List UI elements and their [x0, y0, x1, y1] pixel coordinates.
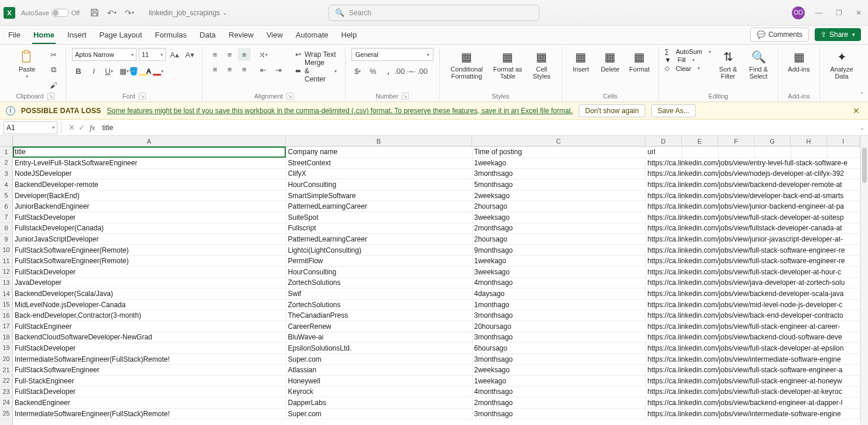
tab-automate[interactable]: Automate — [295, 27, 330, 44]
tab-help[interactable]: Help — [340, 27, 358, 44]
table-row[interactable]: titleCompany nameTime of postingurl — [13, 147, 860, 158]
row-header[interactable]: 15 — [0, 299, 12, 310]
cell[interactable]: ZortechSolutions — [286, 299, 472, 310]
cell[interactable]: 3monthsago — [472, 310, 645, 321]
row-header[interactable]: 24 — [0, 397, 12, 409]
table-row[interactable]: FullStackDeveloperEpsilonSolutionsLtd.6h… — [13, 343, 860, 354]
cell[interactable]: https://ca.linkedin.com/jobs/view/junior… — [645, 201, 682, 212]
cell[interactable]: CareerRenew — [286, 321, 472, 332]
cancel-formula-icon[interactable]: ✕ — [69, 123, 75, 132]
tab-file[interactable]: File — [7, 27, 22, 44]
table-row[interactable]: FullStackSoftwareEngineer(Remote)PermitF… — [13, 256, 860, 267]
table-row[interactable]: Entry-LevelFull-StackSoftwareEngineerStr… — [13, 158, 860, 169]
cell[interactable]: Lightci(LightConsulting) — [286, 244, 472, 256]
msg-text[interactable]: Some features might be lost if you save … — [107, 107, 573, 115]
cell[interactable]: 4monthsago — [472, 386, 645, 397]
redo-icon[interactable]: ↷▾ — [123, 6, 136, 19]
table-row[interactable]: MidLevelNode.jsDeveloper-CanadaZortechSo… — [13, 299, 860, 310]
cell[interactable]: ClifyX — [286, 168, 472, 179]
table-row[interactable]: FullStackDeveloperKeyrock4monthsagohttps… — [13, 386, 860, 397]
cell[interactable]: 4daysago — [472, 288, 645, 300]
align-left-icon[interactable]: ≡ — [209, 63, 221, 76]
cell[interactable]: 3weeksago — [472, 267, 645, 278]
table-row[interactable]: FullStackSoftwareEngineer(Remote)Lightci… — [13, 244, 860, 256]
cell[interactable]: https://ca.linkedin.com/jobs/view/backen… — [645, 179, 682, 191]
cell[interactable] — [827, 147, 860, 158]
cell[interactable]: 3monthsago — [472, 332, 645, 343]
dialog-launcher-icon[interactable]: ↘ — [139, 93, 146, 100]
cell[interactable]: BackendDeveloper(Scala/Java) — [13, 288, 286, 300]
save-icon[interactable] — [88, 6, 101, 19]
cell[interactable]: 1weekago — [472, 256, 645, 267]
cell[interactable]: FullStackEngineer — [13, 321, 286, 332]
cell[interactable] — [791, 147, 827, 158]
cell[interactable]: https://ca.linkedin.com/jobs/view/entry-… — [645, 158, 682, 169]
table-row[interactable]: IntermediateSoftwareEngineer(FullStack)R… — [13, 408, 860, 419]
cut-icon[interactable]: ✂ — [47, 48, 60, 61]
column-header-E[interactable]: E — [682, 136, 718, 146]
select-all-corner[interactable] — [0, 136, 13, 147]
cell[interactable]: Developer(BackEnd) — [13, 190, 286, 201]
align-middle-icon[interactable]: ≡ — [223, 48, 236, 61]
cell[interactable]: Super.com — [286, 353, 472, 365]
vertical-scrollbar[interactable] — [860, 136, 869, 425]
cell[interactable]: ZortechSolutions — [286, 277, 472, 288]
cell[interactable]: JuniorBackendEngineer — [13, 201, 286, 212]
cell[interactable]: https://ca.linkedin.com/jobs/view/java-d… — [645, 277, 682, 288]
tab-insert[interactable]: Insert — [66, 27, 88, 44]
cell[interactable]: 2hoursago — [472, 201, 645, 212]
cell[interactable]: https://ca.linkedin.com/jobs/view/interm… — [645, 353, 682, 365]
share-button[interactable]: ⇪ Share ▾ — [815, 28, 861, 41]
cell[interactable]: 2weeksago — [472, 365, 645, 376]
row-header[interactable]: 12 — [0, 267, 12, 278]
clear-button[interactable]: ◇ Clear ▾ — [665, 64, 711, 72]
cell[interactable] — [718, 147, 754, 158]
enter-formula-icon[interactable]: ✓ — [78, 123, 85, 132]
addins-button[interactable]: ▦Add-ins — [784, 48, 814, 73]
table-row[interactable]: JavaDeveloperZortechSolutions4monthsagoh… — [13, 277, 860, 288]
table-row[interactable]: BackendDeveloper(Scala/Java)Swif4daysago… — [13, 288, 860, 300]
expand-formula-icon[interactable]: ⌄ — [856, 124, 868, 131]
cell[interactable]: 2hoursago — [472, 234, 645, 245]
cell[interactable]: JuniorJavaScriptDeveloper — [13, 234, 286, 245]
table-row[interactable]: JuniorBackendEngineerPatternedLearningCa… — [13, 201, 860, 212]
cell[interactable]: https://ca.linkedin.com/jobs/view/full-s… — [645, 321, 682, 332]
fx-icon[interactable]: fx — [90, 123, 95, 132]
cell[interactable]: https://ca.linkedin.com/jobs/view/backen… — [645, 397, 682, 409]
tab-view[interactable]: View — [265, 27, 284, 44]
cell[interactable]: FullStackSoftwareEngineer(Remote) — [13, 256, 286, 267]
dialog-launcher-icon[interactable]: ↘ — [47, 93, 54, 100]
cell[interactable]: StreetContext — [286, 158, 472, 169]
table-row[interactable]: Full-StackEngineerHoneywell1weekagohttps… — [13, 375, 860, 386]
cell[interactable]: https://ca.linkedin.com/jobs/view/full-s… — [645, 375, 682, 386]
font-name-select[interactable]: Aptos Narrow▾ — [72, 48, 136, 61]
cell[interactable]: 2monthsago — [472, 223, 645, 234]
orientation-icon[interactable]: ⤭▾ — [257, 48, 269, 61]
cell-styles-button[interactable]: ▦Cell Styles — [528, 48, 556, 80]
cell[interactable]: title — [13, 147, 286, 158]
dialog-launcher-icon[interactable]: ↘ — [286, 93, 293, 100]
fill-color-icon[interactable]: 🪣▾ — [133, 64, 146, 77]
format-cells-button[interactable]: ▦Format — [627, 48, 652, 73]
cell[interactable]: https://ca.linkedin.com/jobs/view/develo… — [645, 190, 682, 201]
row-header[interactable]: 23 — [0, 386, 12, 397]
cell[interactable]: Entry-LevelFull-StackSoftwareEngineer — [13, 158, 286, 169]
font-size-select[interactable]: 11▾ — [139, 48, 166, 61]
cell[interactable]: https://ca.linkedin.com/jobs/view/full-s… — [645, 343, 682, 354]
row-header[interactable]: 4 — [0, 179, 12, 191]
increase-decimal-icon[interactable]: .00→ — [397, 64, 410, 77]
fill-button[interactable]: ▼ Fill ▾ — [665, 56, 711, 63]
row-header[interactable]: 22 — [0, 375, 12, 386]
cell[interactable]: https://ca.linkedin.com/jobs/view/backen… — [645, 332, 682, 343]
row-header[interactable]: 14 — [0, 288, 12, 300]
table-row[interactable]: FullStackDeveloperSuiteSpot3weeksagohttp… — [13, 212, 860, 223]
save-as-button[interactable]: Save As... — [651, 104, 696, 117]
cell[interactable]: EpsilonSolutionsLtd. — [286, 343, 472, 354]
cell[interactable]: IntermediateSoftwareEngineer(FullStack)R… — [13, 353, 286, 365]
cell[interactable]: https://ca.linkedin.com/jobs/view/back-e… — [645, 310, 682, 321]
copy-icon[interactable]: ⧉ — [47, 63, 60, 76]
row-header[interactable]: 8 — [0, 223, 12, 234]
table-row[interactable]: Back-endDeveloper,Contractor(3-month)The… — [13, 310, 860, 321]
row-header[interactable]: 11 — [0, 256, 12, 267]
table-row[interactable]: FullStackSoftwareEngineerAtlassian2weeks… — [13, 365, 860, 376]
